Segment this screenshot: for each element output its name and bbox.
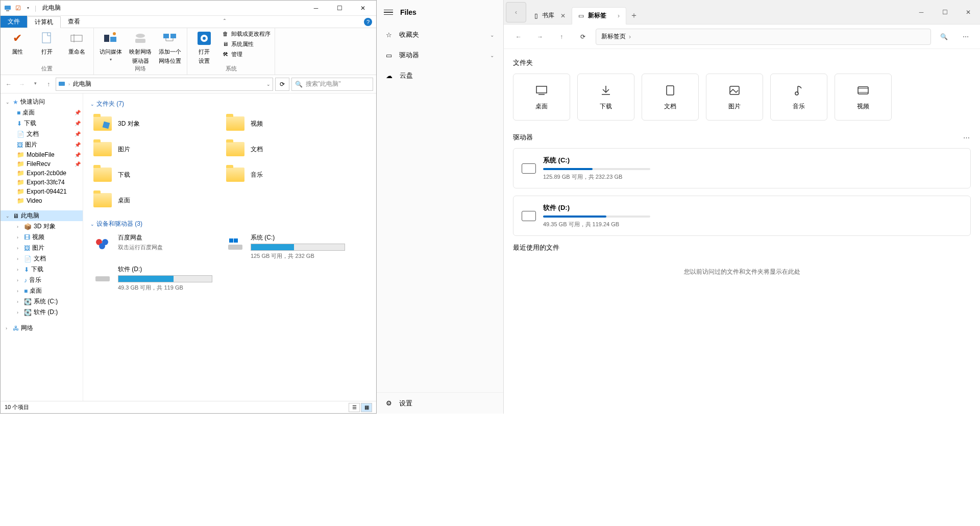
tab-computer[interactable]: 计算机: [27, 16, 61, 28]
ribbon-collapse-icon[interactable]: ˆ: [224, 18, 226, 26]
nav-up-button[interactable]: ↑: [43, 81, 54, 88]
minimize-button[interactable]: ─: [304, 1, 328, 16]
folder-item-videos[interactable]: 视频: [223, 111, 351, 136]
tree-item[interactable]: ›■桌面: [1, 285, 83, 296]
sysprops-button[interactable]: 🖥系统属性: [220, 39, 272, 49]
close-button[interactable]: ✕: [351, 1, 375, 16]
address-dropdown-icon[interactable]: ⌄: [266, 82, 271, 87]
maximize-button[interactable]: ☐: [933, 4, 957, 20]
nav-recent-button[interactable]: ▾: [30, 81, 40, 88]
view-icons-button[interactable]: ▦: [361, 403, 372, 412]
more-icon[interactable]: ⋯: [963, 134, 971, 141]
view-details-button[interactable]: ☰: [349, 403, 360, 412]
folder-item-documents[interactable]: 文档: [223, 137, 351, 161]
qat-checkbox-icon[interactable]: ☑: [14, 5, 21, 12]
drive-item-c[interactable]: 系统 (C:)125 GB 可用，共 232 GB: [223, 231, 351, 262]
tree-item[interactable]: 🖼图片📌: [1, 139, 83, 150]
tree-item[interactable]: 📁MobileFile📌: [1, 150, 83, 159]
uninstall-button[interactable]: 🗑卸载或更改程序: [220, 29, 272, 38]
open-settings-button[interactable]: 打开设置: [190, 29, 218, 65]
close-icon[interactable]: ✕: [560, 12, 566, 19]
access-media-button[interactable]: 访问媒体▾: [97, 29, 125, 62]
star-icon: ☆: [386, 31, 392, 39]
hamburger-icon[interactable]: [384, 10, 393, 15]
tree-item[interactable]: 📁Export-33fc74: [1, 178, 83, 187]
manage-button[interactable]: 🛠管理: [220, 50, 272, 59]
folder-item-music[interactable]: 音乐: [223, 162, 351, 187]
tree-item[interactable]: ›📄文档: [1, 253, 83, 264]
sidebar-item-drives[interactable]: ▭驱动器⌄: [377, 45, 503, 65]
tree-item[interactable]: ›⬇下载: [1, 264, 83, 275]
chevron-right-icon: ›: [618, 12, 620, 19]
tree-item[interactable]: 📁Export-094421: [1, 187, 83, 196]
nav-back-button[interactable]: ←: [4, 81, 14, 88]
add-network-location-button[interactable]: 添加一个网络位置: [156, 29, 184, 65]
tile-pictures[interactable]: 图片: [706, 74, 763, 121]
folder-item-downloads[interactable]: 下载: [90, 162, 218, 187]
tab-view[interactable]: 查看: [61, 16, 87, 28]
open-button[interactable]: 打开: [33, 29, 61, 56]
more-button[interactable]: ⋯: [959, 33, 974, 40]
rename-button[interactable]: 重命名: [63, 29, 90, 56]
help-icon[interactable]: ?: [364, 18, 372, 26]
nav-forward-button[interactable]: →: [17, 81, 27, 88]
tree-item[interactable]: ›🖼图片: [1, 243, 83, 253]
tree-item[interactable]: ›💽系统 (C:): [1, 296, 83, 307]
drive-card-d[interactable]: 软件 (D:) 49.35 GB 可用，共 119.24 GB: [513, 196, 971, 236]
refresh-button[interactable]: ⟳: [574, 28, 592, 45]
tree-quick-access[interactable]: ⌄★快速访问: [1, 97, 83, 107]
folder-item-pictures[interactable]: 图片: [90, 137, 218, 161]
tree-item[interactable]: 📄文档📌: [1, 129, 83, 139]
titlebar-back-button[interactable]: ‹: [506, 2, 526, 22]
sidebar-item-favorites[interactable]: ☆收藏夹⌄: [377, 25, 503, 45]
close-button[interactable]: ✕: [957, 4, 980, 20]
tab-newtab[interactable]: ▭新标签›: [572, 7, 626, 25]
minimize-button[interactable]: ─: [910, 4, 933, 20]
tree-item[interactable]: ■桌面📌: [1, 107, 83, 118]
maximize-button[interactable]: ☐: [328, 1, 351, 16]
tree-item[interactable]: 📁Video: [1, 196, 83, 205]
folders-section-header[interactable]: ⌄文件夹 (7): [90, 100, 369, 108]
nav-forward-button[interactable]: →: [531, 28, 549, 45]
tab-file[interactable]: 文件: [1, 16, 27, 28]
book-icon: ▯: [534, 12, 538, 19]
folder-item-3dobjects[interactable]: 3D 对象: [90, 111, 218, 136]
tile-music[interactable]: 音乐: [770, 74, 827, 121]
tree-network[interactable]: ›🖧网络: [1, 323, 83, 333]
nav-back-button[interactable]: ←: [510, 28, 527, 45]
map-drive-button[interactable]: 映射网络驱动器: [127, 29, 154, 65]
search-button[interactable]: 🔍: [935, 28, 952, 45]
search-input[interactable]: 🔍搜索"此电脑": [291, 78, 373, 91]
drive-card-c[interactable]: 系统 (C:) 125.89 GB 可用，共 232.23 GB: [513, 148, 971, 188]
breadcrumb[interactable]: 此电脑: [73, 80, 91, 88]
qat-dropdown-icon[interactable]: ▾: [24, 5, 32, 12]
add-tab-button[interactable]: ＋: [626, 10, 642, 21]
properties-button[interactable]: ✔属性: [4, 29, 31, 56]
tree-item[interactable]: ›♪音乐: [1, 275, 83, 285]
tree-item[interactable]: 📁Export-2cb0de: [1, 169, 83, 178]
address-bar[interactable]: 新标签页›: [596, 29, 931, 45]
sidebar-item-cloud[interactable]: ☁云盘: [377, 65, 503, 86]
explorer-window: ☑ ▾ | 此电脑 ─ ☐ ✕ 文件 计算机 查看 ˆ ? ✔属性 打开 重命名…: [0, 0, 377, 414]
uninstall-icon: 🗑: [221, 30, 229, 38]
tree-item[interactable]: ›💽软件 (D:): [1, 307, 83, 318]
sidebar-item-settings[interactable]: ⚙设置: [377, 392, 503, 414]
tile-downloads[interactable]: 下载: [577, 74, 634, 121]
tree-item[interactable]: ›📦3D 对象: [1, 221, 83, 232]
tree-item[interactable]: ⬇下载📌: [1, 118, 83, 129]
section-recent-title: 最近使用的文件: [513, 243, 559, 252]
tile-videos[interactable]: 视频: [835, 74, 892, 121]
tree-item[interactable]: ›🎞视频: [1, 232, 83, 243]
folder-item-desktop[interactable]: 桌面: [90, 188, 218, 212]
drive-item-baidu[interactable]: 百度网盘双击运行百度网盘: [90, 231, 218, 262]
drives-section-header[interactable]: ⌄设备和驱动器 (3): [90, 220, 369, 228]
drive-item-d[interactable]: 软件 (D:)49.3 GB 可用，共 119 GB: [90, 263, 218, 294]
tree-item[interactable]: 📁FileRecv📌: [1, 159, 83, 169]
tab-library[interactable]: ▯书库✕: [528, 7, 572, 25]
tile-desktop[interactable]: 桌面: [513, 74, 570, 121]
tile-documents[interactable]: 文档: [642, 74, 699, 121]
tree-this-pc[interactable]: ⌄🖥此电脑: [1, 210, 83, 221]
address-bar[interactable]: › 此电脑 ⌄: [56, 78, 273, 91]
nav-up-button[interactable]: ↑: [553, 28, 570, 45]
refresh-button[interactable]: ⟳: [275, 78, 289, 91]
